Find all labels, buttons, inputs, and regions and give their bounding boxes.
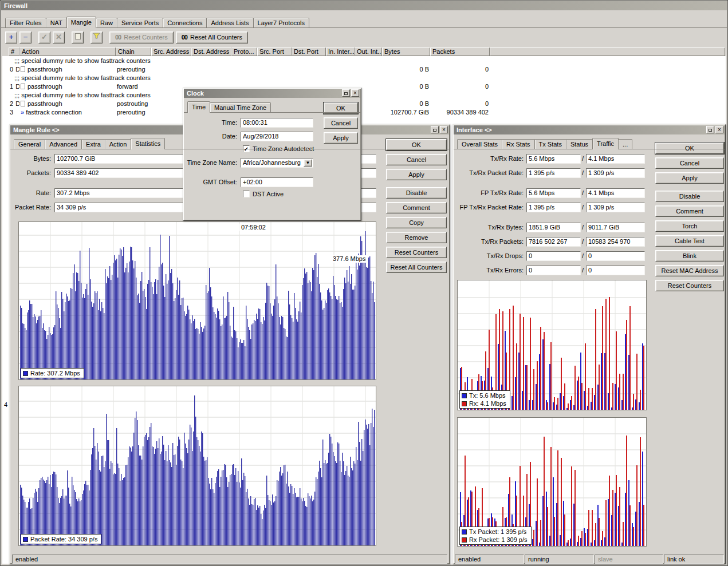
fp-rx-packet-rate-field[interactable]: 1 309 p/s xyxy=(586,203,645,212)
tab-raw[interactable]: Raw xyxy=(96,18,117,27)
dst-active-checkbox[interactable] xyxy=(243,191,250,197)
firewall-titlebar[interactable]: Firewall xyxy=(1,1,727,10)
col-dst-address[interactable]: Dst. Address xyxy=(191,48,231,56)
tab-advanced[interactable]: Advanced xyxy=(45,139,82,149)
disable-button[interactable]: Disable xyxy=(386,187,447,199)
rx-errors-field[interactable]: 0 xyxy=(586,266,645,275)
tab-address-lists[interactable]: Address Lists xyxy=(206,18,253,27)
cancel-button[interactable]: Cancel xyxy=(655,157,724,169)
tab-tx-stats[interactable]: Tx Stats xyxy=(534,139,566,149)
date-field[interactable]: Aug/29/2018 xyxy=(241,132,313,141)
torch-button[interactable]: Torch xyxy=(655,220,724,232)
comment-row[interactable]: ;;; special dummy rule to show fasttrack… xyxy=(9,74,151,82)
rx-packets-field[interactable]: 10583 254 970 xyxy=(586,237,645,247)
cancel-button[interactable]: Cancel xyxy=(324,117,358,129)
comment-row[interactable]: ;;; special dummy rule to show fasttrack… xyxy=(9,91,151,100)
tx-swatch xyxy=(462,393,467,398)
comment-button[interactable]: Comment xyxy=(655,205,724,217)
tab-action[interactable]: Action xyxy=(105,139,132,149)
col-number[interactable]: # xyxy=(9,48,19,56)
rule-bytes: 102700.7 GiB xyxy=(382,108,430,117)
tab-mangle[interactable]: Mangle xyxy=(66,17,96,28)
reset-counters-button[interactable]: Reset Counters xyxy=(655,280,724,291)
disable-button[interactable]: ✕ xyxy=(53,31,65,43)
tx-drops-field[interactable]: 0 xyxy=(526,251,581,261)
tab-service-ports[interactable]: Service Ports xyxy=(117,18,163,27)
reset-mac-address-button[interactable]: Reset MAC Address xyxy=(655,265,724,276)
time-field[interactable]: 08:00:31 xyxy=(241,118,313,128)
col-src-address[interactable]: Src. Address xyxy=(151,48,191,56)
table-row[interactable]: 0D passthrough prerouting 0 B 0 xyxy=(9,65,490,74)
tx-rate-field[interactable]: 5.6 Mbps xyxy=(526,154,581,164)
rx-bytes-field[interactable]: 9011.7 GiB xyxy=(586,223,645,232)
col-out-interface[interactable]: Out. Int... xyxy=(355,48,382,56)
rollup-button[interactable] xyxy=(706,126,714,133)
comment-button[interactable]: Comment xyxy=(386,202,447,213)
disable-button[interactable]: Disable xyxy=(655,191,724,202)
tab-layer7-protocols[interactable]: Layer7 Protocols xyxy=(253,18,310,27)
apply-button[interactable]: Apply xyxy=(324,132,358,144)
fp-rx-rate-field[interactable]: 4.1 Mbps xyxy=(586,188,645,198)
close-button[interactable]: × xyxy=(351,89,359,97)
apply-button[interactable]: Apply xyxy=(655,172,724,184)
clock-title: Clock xyxy=(187,90,204,97)
tx-packets-field[interactable]: 7816 502 267 xyxy=(526,237,581,247)
remove-button[interactable]: − xyxy=(19,31,32,43)
col-packets[interactable]: Packets xyxy=(430,48,490,56)
tab-overall-stats[interactable]: Overall Stats xyxy=(457,139,502,149)
rx-packet-rate-field[interactable]: 1 309 p/s xyxy=(586,168,645,178)
tx-packet-rate-field[interactable]: 1 395 p/s xyxy=(526,168,581,178)
col-action[interactable]: Action xyxy=(19,48,116,56)
col-dst-port[interactable]: Dst. Port xyxy=(292,48,326,56)
tab-general[interactable]: General xyxy=(14,139,45,149)
ok-button[interactable]: OK xyxy=(655,143,724,154)
close-button[interactable]: × xyxy=(715,126,723,133)
tab-status[interactable]: Status xyxy=(566,139,593,149)
add-button[interactable]: + xyxy=(5,31,17,43)
cancel-button[interactable]: Cancel xyxy=(386,154,447,165)
fp-tx-rate-field[interactable]: 5.6 Mbps xyxy=(526,188,581,198)
tab-rx-stats[interactable]: Rx Stats xyxy=(502,139,535,149)
remove-button[interactable]: Remove xyxy=(386,232,447,243)
apply-button[interactable]: Apply xyxy=(386,169,447,180)
tab-extra[interactable]: Extra xyxy=(81,139,105,149)
reset-all-counters-button[interactable]: Reset All Counters xyxy=(386,262,447,273)
enable-button[interactable]: ✓ xyxy=(38,31,50,43)
rx-rate-field[interactable]: 4.1 Mbps xyxy=(586,154,645,164)
fp-tx-packet-rate-field[interactable]: 1 395 p/s xyxy=(526,203,581,212)
tab-filter-rules[interactable]: Filter Rules xyxy=(5,18,46,27)
reset-counters-button[interactable]: Reset Counters xyxy=(386,247,447,258)
reset-all-counters-button[interactable]: 00 Reset All Counters xyxy=(176,31,248,43)
tx-bytes-field[interactable]: 1851.9 GiB xyxy=(526,223,581,232)
col-chain[interactable]: Chain xyxy=(116,48,151,56)
tab-overflow[interactable]: ... xyxy=(618,139,632,149)
tab-connections[interactable]: Connections xyxy=(163,18,207,27)
comment-button[interactable] xyxy=(72,31,84,43)
comment-row[interactable]: ;;; special dummy rule to show fasttrack… xyxy=(9,57,151,65)
filter-button[interactable] xyxy=(90,31,103,43)
blink-button[interactable]: Blink xyxy=(655,250,724,262)
timezone-name-field[interactable]: Africa/Johannesburg ▼ xyxy=(241,158,313,168)
gmt-offset-field[interactable]: +02:00 xyxy=(241,177,313,187)
tab-statistics[interactable]: Statistics xyxy=(131,138,165,149)
tx-errors-field[interactable]: 0 xyxy=(526,266,581,275)
tab-traffic[interactable]: Traffic xyxy=(592,138,619,149)
reset-counters-button[interactable]: 00 Reset Counters xyxy=(109,31,174,43)
rx-drops-field[interactable]: 0 xyxy=(586,251,645,261)
tab-time[interactable]: Time xyxy=(187,101,210,113)
clock-titlebar[interactable]: Clock × xyxy=(184,89,360,98)
cable-test-button[interactable]: Cable Test xyxy=(655,235,724,247)
col-in-interface[interactable]: In. Inter... xyxy=(326,48,355,56)
timezone-dropdown-button[interactable]: ▼ xyxy=(304,159,312,167)
close-button[interactable]: × xyxy=(440,126,448,133)
rollup-button[interactable] xyxy=(431,126,439,133)
rollup-button[interactable] xyxy=(342,89,350,97)
copy-button[interactable]: Copy xyxy=(386,217,447,228)
tab-manual-time-zone[interactable]: Manual Time Zone xyxy=(210,102,271,112)
col-src-port[interactable]: Src. Port xyxy=(257,48,292,56)
interface-titlebar[interactable]: Interface <> × xyxy=(454,125,725,134)
traffic-rate-graph: Tx: 5.6 Mbps Rx: 4.1 Mbps xyxy=(457,280,647,410)
col-protocol[interactable]: Proto... xyxy=(231,48,257,56)
col-bytes[interactable]: Bytes xyxy=(382,48,430,56)
tab-nat[interactable]: NAT xyxy=(46,18,67,27)
